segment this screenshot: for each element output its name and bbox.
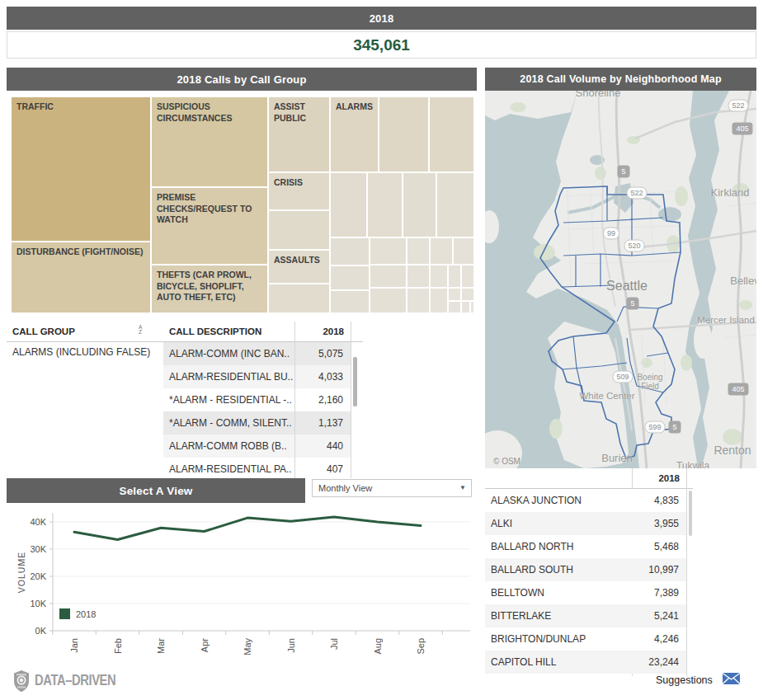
neighborhood-table-scrollbar-thumb[interactable] — [689, 491, 692, 536]
road-shield: 522 — [626, 187, 647, 200]
treemap-cell[interactable] — [269, 284, 329, 312]
treemap-cell-premise-checks-request-to-watch[interactable]: PREMISE CHECKS/REQUEST TO WATCH — [152, 188, 267, 264]
treemap-cell[interactable] — [437, 173, 473, 237]
call-table-row[interactable]: ALARM-RESIDENTIAL BU..4,033 — [7, 365, 363, 388]
map-title: 2018 Call Volume by Neighborhood Map — [520, 73, 722, 85]
treemap-cell[interactable] — [449, 265, 460, 287]
neighborhood-value-cell: 23,244 — [633, 651, 686, 674]
volume-line[interactable] — [74, 517, 421, 539]
treemap-cell-label: THEFTS (CAR PROWL, BICYCLE, SHOPLIFT, AU… — [152, 265, 267, 308]
treemap-cell[interactable] — [449, 302, 460, 312]
neighborhood-row[interactable]: BELLTOWN7,389 — [485, 581, 686, 604]
suggestions-link[interactable]: Suggestions — [656, 674, 713, 686]
treemap-cell[interactable] — [379, 97, 428, 171]
treemap-cell-assist-public[interactable]: ASSIST PUBLIC — [269, 97, 329, 171]
treemap-cell-label: TRAFFIC — [12, 97, 150, 117]
neighborhood-name-cell: ALASKA JUNCTION — [485, 489, 631, 512]
treemap-cell[interactable] — [431, 289, 447, 312]
call-group-header[interactable]: CALL GROUP — [12, 322, 75, 341]
treemap-cell-traffic[interactable]: TRAFFIC — [12, 97, 150, 241]
select-view-title-bar: Select A View — [7, 478, 305, 503]
treemap-cell[interactable] — [370, 265, 406, 287]
treemap-cell-crisis[interactable]: CRISIS — [269, 173, 329, 209]
treemap-cell[interactable] — [370, 289, 406, 312]
view-mode-dropdown[interactable]: Monthly View ▼ — [312, 479, 472, 497]
map-place-label: Kirkland — [711, 186, 750, 199]
monthly-volume-chart[interactable]: 0K10K20K30K40KJanFebMarAprMayJunJulAugSe… — [7, 505, 477, 669]
treemap-cell-label: ASSAULTS — [269, 251, 329, 270]
call-value-cell: 1,137 — [295, 411, 351, 435]
treemap-cell-disturbance-fight-noise[interactable]: DISTURBANCE (FIGHT/NOISE) — [12, 242, 150, 312]
call-value-cell: 2,160 — [295, 388, 351, 411]
call-description-cell: *ALARM - COMM, SILENT.. — [163, 411, 294, 435]
road-shield: 509 — [612, 371, 633, 383]
call-table-row[interactable]: ALARM-RESIDENTIAL PA..407 — [7, 458, 363, 478]
road-shield: 5 — [626, 298, 638, 310]
year-header-bar: 2018 — [7, 7, 756, 30]
neighborhood-row[interactable]: ALASKA JUNCTION4,835 — [485, 489, 686, 512]
neighborhood-row[interactable]: BITTERLAKE5,241 — [485, 604, 686, 627]
call-value-cell: 407 — [295, 458, 351, 478]
x-tick-label: Sep — [416, 638, 426, 655]
map-place-label: Renton — [714, 444, 751, 457]
road-shield: 405 — [728, 383, 748, 396]
call-year-header[interactable]: 2018 — [294, 322, 344, 341]
treemap-cell[interactable] — [407, 265, 429, 287]
treemap-cell[interactable] — [403, 173, 436, 237]
treemap-cell[interactable] — [462, 289, 473, 300]
y-tick-label: 10K — [30, 599, 46, 608]
treemap: TRAFFICDISTURBANCE (FIGHT/NOISE)SUSPICIO… — [7, 91, 478, 319]
treemap-cell-label: ASSIST PUBLIC — [269, 97, 329, 128]
x-tick-label: Feb — [113, 638, 123, 654]
neighborhood-row[interactable]: CAPITOL HILL23,244 — [485, 651, 686, 674]
neighborhood-value-cell: 5,468 — [633, 535, 686, 558]
legend-swatch[interactable] — [59, 608, 70, 619]
x-tick-label: May — [243, 638, 252, 655]
select-view-title: Select A View — [119, 485, 192, 497]
mail-icon[interactable] — [722, 672, 741, 685]
treemap-cell[interactable] — [471, 302, 473, 312]
treemap-cell[interactable] — [431, 265, 447, 287]
treemap-cell[interactable] — [331, 291, 369, 312]
treemap-cell[interactable] — [331, 173, 366, 237]
treemap-cell[interactable] — [462, 302, 469, 312]
treemap-cell[interactable] — [449, 289, 460, 300]
treemap-cell[interactable] — [370, 238, 406, 264]
map-place-label: Shoreline — [576, 91, 621, 99]
treemap-cell[interactable] — [368, 173, 402, 237]
neighborhood-row[interactable]: BRIGHTON/DUNLAP4,246 — [485, 627, 686, 651]
sort-az-icon[interactable]: AZ — [139, 325, 147, 335]
treemap-cell[interactable] — [407, 289, 429, 312]
call-table-row[interactable]: *ALARM - COMM, SILENT..1,137 — [7, 411, 363, 435]
neighborhood-row[interactable]: BALLARD SOUTH10,997 — [485, 558, 686, 581]
treemap-cell[interactable] — [462, 265, 473, 287]
treemap-cell[interactable] — [331, 266, 369, 289]
call-table-row[interactable]: ALARM-COMM ROBB (B..440 — [7, 435, 363, 458]
neighborhood-map[interactable]: ShorelineKirklandBellevSeattleMercer Isl… — [485, 91, 756, 468]
neighborhood-name-cell: BALLARD NORTH — [485, 535, 631, 558]
neighborhood-row[interactable]: ALKI3,955 — [485, 512, 686, 535]
call-table-row[interactable]: *ALARM - RESIDENTIAL -..2,160 — [7, 388, 363, 411]
treemap-cell[interactable] — [430, 97, 473, 171]
call-description-header[interactable]: CALL DESCRIPTION — [169, 322, 261, 341]
map-place-label: Seattle — [606, 279, 648, 294]
call-table-row[interactable]: ALARM-COMM (INC BAN..5,075 — [7, 342, 363, 365]
call-description-cell: *ALARM - RESIDENTIAL -.. — [163, 388, 294, 411]
treemap-cell[interactable] — [407, 238, 429, 264]
call-table-scrollbar-thumb[interactable] — [353, 357, 357, 406]
treemap-cell-alarms[interactable]: ALARMS — [331, 97, 378, 171]
y-tick-label: 0K — [35, 626, 47, 636]
treemap-cell[interactable] — [331, 238, 369, 265]
view-mode-selected: Monthly View — [318, 483, 372, 493]
y-tick-label: 30K — [30, 544, 46, 554]
neighborhood-year-header[interactable]: 2018 — [632, 468, 680, 488]
treemap-cell-label: CRISIS — [269, 173, 329, 193]
call-table: CALL GROUP AZ CALL DESCRIPTION 2018 ALAR… — [7, 322, 363, 478]
treemap-cell-thefts-car-prowl-bicycle-shoplift-auto-theft-etc[interactable]: THEFTS (CAR PROWL, BICYCLE, SHOPLIFT, AU… — [152, 265, 267, 312]
treemap-cell-assaults[interactable]: ASSAULTS — [269, 251, 329, 283]
treemap-cell-suspicious-circumstances[interactable]: SUSPICIOUS CIRCUMSTANCES — [152, 97, 267, 186]
treemap-cell[interactable] — [454, 238, 473, 264]
treemap-cell[interactable] — [269, 211, 329, 249]
neighborhood-row[interactable]: BALLARD NORTH5,468 — [485, 535, 686, 558]
treemap-cell[interactable] — [431, 238, 452, 264]
